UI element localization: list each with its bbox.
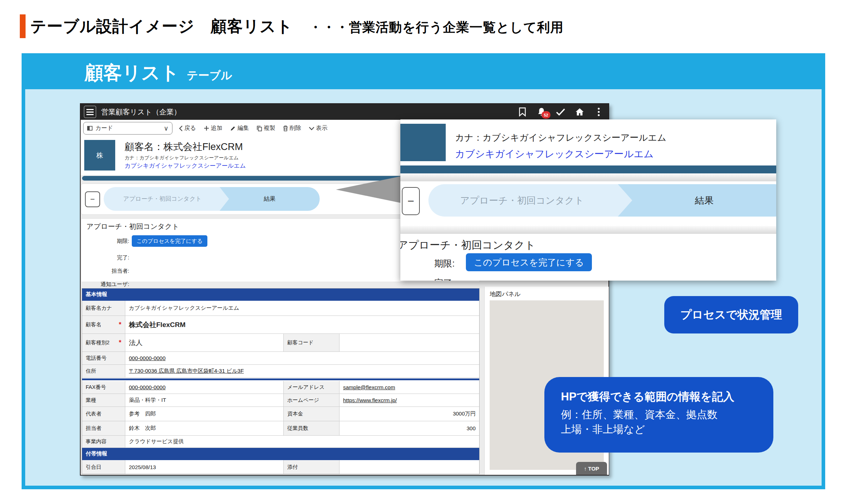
table-row: 代表者参考 四郎資本金3000万円 (82, 407, 479, 421)
field-value-2 (340, 460, 479, 474)
popup-complete-process-button[interactable]: このプロセスを完了にする (466, 253, 592, 271)
field-value[interactable]: 000-0000-0000 (125, 381, 284, 394)
toolbar-action-label: 追加 (211, 124, 222, 132)
field-value: 2025/08/13 (125, 460, 284, 474)
popup-kana-link[interactable]: カブシキガイシャフレックスシーアールエム (455, 147, 653, 160)
field-value: カブシキガイシャフレックスシーアールエム (125, 301, 479, 315)
field-label: 事業内容 (82, 436, 125, 448)
callout-hp-info: HPで獲得できる範囲の情報を記入 例：住所、業種、資本金、拠点数 上場・非上場な… (544, 377, 773, 453)
field-label: 業種 (82, 394, 125, 407)
frame-band-subtitle: テーブル (187, 69, 232, 82)
table-section-header: 基本情報 (82, 289, 479, 301)
table-row: 引合日2025/08/13添付 (82, 460, 479, 474)
slide-title-note: ・・・営業活動を行う企業一覧として利用 (309, 20, 563, 35)
popup-divider-bar (400, 165, 776, 173)
popup-collapse-button[interactable]: − (402, 187, 420, 215)
popup-tab-approach[interactable]: アプローチ・初回コンタクト (428, 184, 632, 217)
field-value[interactable]: 000-0000-0000 (125, 352, 479, 364)
field-label: 顧客名カナ (82, 301, 125, 315)
field-label: 担当者 (82, 421, 125, 435)
trash-icon (283, 126, 288, 131)
field-value: 参考 四郎 (125, 407, 284, 421)
toolbar-action-3[interactable]: 複製 (257, 124, 275, 132)
collapse-button[interactable]: − (85, 191, 100, 207)
field-label: 引合日 (82, 460, 125, 474)
toolbar-action-4[interactable]: 削除 (283, 124, 301, 132)
map-panel-title: 地図パネル (490, 290, 521, 298)
check-icon[interactable] (556, 107, 565, 117)
field-value: 鈴木 次郎 (125, 421, 284, 435)
field-value-2 (340, 334, 479, 351)
popup-avatar (400, 124, 446, 161)
popup-deadline-label: 期限: (434, 258, 455, 269)
callout-hp-line3: 上場・非上場など (561, 422, 773, 437)
owner-label: 担当者: (84, 268, 129, 274)
slide-title: テーブル設計イメージ 顧客リスト ・・・営業活動を行う企業一覧として利用 (30, 16, 564, 37)
toolbar-actions: 戻る追加編集複製削除表示 (179, 124, 327, 132)
chevron-left-icon (179, 126, 183, 131)
required-star: * (119, 321, 121, 328)
window-titlebar: 営業顧客リスト（企業） 52 (81, 104, 608, 120)
field-value-2: 3000万円 (340, 407, 479, 421)
toolbar-action-label: 削除 (289, 124, 301, 132)
table-row: 顧客名カナカブシキガイシャフレックスシーアールエム (82, 301, 479, 316)
bell-icon[interactable]: 52 (537, 107, 546, 117)
scroll-top-button[interactable]: ↑ TOP (576, 462, 607, 475)
field-value: 薬品・科学・IT (125, 394, 284, 407)
field-value-2[interactable]: sample@flexcrm.com (340, 381, 479, 394)
titlebar-icons: 52 (518, 104, 603, 120)
required-star: * (119, 339, 121, 346)
bookmark-icon[interactable] (518, 107, 527, 117)
chevron-down-icon (309, 127, 314, 130)
deadline-label: 期限: (84, 238, 129, 245)
complete-process-button[interactable]: このプロセスを完了にする (132, 235, 207, 247)
kebab-menu-icon[interactable] (594, 107, 603, 117)
zoom-popup: カナ：カブシキガイシャフレックスシーアールエム カブシキガイシャフレックスシーア… (400, 119, 776, 281)
field-value-2[interactable]: https://www.flexcrm.jp/ (340, 394, 479, 407)
field-value: 法人 (125, 334, 284, 351)
toolbar-action-2[interactable]: 編集 (230, 124, 249, 132)
field-label-2: メールアドレス (284, 381, 340, 394)
card-icon (87, 126, 93, 131)
toolbar-action-0[interactable]: 戻る (179, 124, 196, 132)
toolbar-action-5[interactable]: 表示 (309, 124, 327, 132)
tab-result[interactable]: 結果 (220, 187, 320, 211)
view-selector[interactable]: カード ∨ (83, 122, 172, 135)
home-icon[interactable] (575, 107, 584, 117)
toolbar-action-1[interactable]: 追加 (204, 124, 222, 132)
customer-kana: カナ：カブシキガイシャフレックスシーアールエム (125, 155, 239, 161)
chevron-down-icon: ∨ (164, 125, 168, 132)
popup-gray-strip (400, 173, 776, 181)
field-label: 代表者 (82, 407, 125, 421)
plus-icon (204, 126, 209, 131)
popup-kana: カナ：カブシキガイシャフレックスシーアールエム (455, 132, 666, 144)
table-row: 担当者鈴木 次郎従業員数300 (82, 421, 479, 436)
popup-tab-result[interactable]: 結果 (618, 184, 776, 217)
field-value: 株式会社FlexCRM (125, 316, 479, 333)
table-row: 顧客種別2*法人顧客コード (82, 334, 479, 352)
toolbar-action-label: 戻る (184, 124, 196, 132)
copy-icon (257, 126, 262, 131)
customer-name: 顧客名：株式会社FlexCRM (125, 140, 243, 153)
field-value-2: 300 (340, 421, 479, 435)
tab-approach[interactable]: アプローチ・初回コンタクト (104, 187, 229, 211)
field-value: クラウドサービス提供 (125, 436, 479, 448)
field-label: FAX番号 (82, 381, 125, 394)
customer-avatar: 株 (84, 140, 115, 171)
customer-kana-link[interactable]: カブシキガイシャフレックスシーアールエム (125, 162, 246, 170)
window-title: 営業顧客リスト（企業） (101, 107, 181, 117)
field-label: 電話番号 (82, 352, 125, 364)
notification-badge: 52 (541, 111, 550, 119)
field-label-2: ホームページ (284, 394, 340, 407)
popup-gray-strip-2 (400, 226, 776, 234)
table-section-header: 付帯情報 (82, 448, 479, 460)
table-row: 業種薬品・科学・ITホームページhttps://www.flexcrm.jp/ (82, 394, 479, 407)
popup-done-label: 完了: (434, 277, 455, 281)
customer-table: 基本情報顧客名カナカブシキガイシャフレックスシーアールエム顧客名*株式会社Fle… (82, 288, 480, 474)
field-value[interactable]: 〒730-0036 広島県 広島市中区袋町4-31 ビル3F (125, 365, 479, 377)
approach-heading: アプローチ・初回コンタクト (86, 222, 179, 231)
toolbar-action-label: 表示 (316, 124, 327, 132)
toolbar-action-label: 複製 (264, 124, 275, 132)
view-selector-value: カード (95, 124, 113, 132)
hamburger-menu-icon[interactable] (84, 106, 96, 118)
